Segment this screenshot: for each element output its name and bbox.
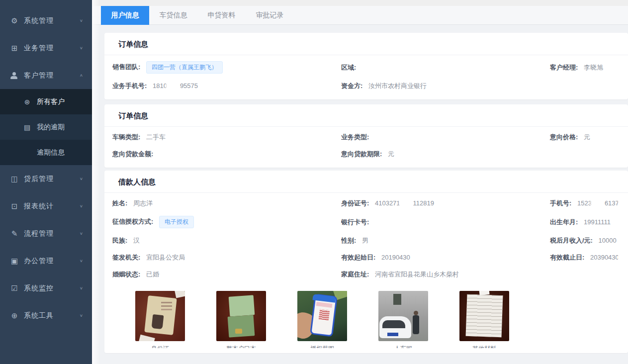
sidebar-subitem-label: 逾期信息 <box>37 148 65 157</box>
chevron-up-icon: ∧ <box>80 73 83 78</box>
vehicle-type-label: 车辆类型: <box>112 133 140 141</box>
id-number-label: 身份证号: <box>341 199 369 207</box>
auth-screenshot-photo[interactable] <box>297 291 347 341</box>
valid-to-label: 有效截止日: <box>550 254 584 261</box>
intent-loan-term-label: 意向贷款期限: <box>341 150 382 158</box>
sidebar-item-label: 系统工具 <box>24 311 80 320</box>
chevron-down-icon: ∨ <box>80 18 83 23</box>
order-info-card-1: 订单信息 销售团队: 四团一营（直属王鹏飞） 区域: 客户经理: <box>104 33 628 99</box>
sales-team-label: 销售团队: <box>112 63 140 71</box>
tab-approval-records[interactable]: 审批记录 <box>246 6 294 25</box>
income-label: 税后月收入/元: <box>550 237 593 244</box>
funder-value: 汝州市农村商业银行 <box>368 82 427 90</box>
customer-mgmt-submenu: ⊛ 所有客户 ▤ 我的逾期 逾期信息 <box>0 89 92 165</box>
sidebar-subitem-overdue-info[interactable]: 逾期信息 <box>0 140 92 165</box>
credit-auth-tag[interactable]: 电子授权 <box>159 216 194 228</box>
intent-loan-amount-label: 意向贷款金额: <box>112 150 153 158</box>
pencil-doc-icon: ✎ <box>10 229 18 238</box>
chevron-down-icon: ∨ <box>80 177 83 181</box>
sidebar-subitem-label: 所有客户 <box>37 97 65 106</box>
toolbox-icon: ⊕ <box>10 311 18 320</box>
monitor-icon: ⊡ <box>10 202 18 211</box>
funder-label: 资金方: <box>341 82 362 90</box>
sidebar-item-system-tools[interactable]: ⊕ 系统工具 ∨ <box>0 302 92 329</box>
borrower-info-card: 借款人信息 姓名: 周志洋 身份证号: 4103271112819 手机号: <box>104 171 628 353</box>
ethnic-value: 汉 <box>133 237 140 244</box>
mobile-value: 15236137 <box>577 199 618 207</box>
sidebar-item-label: 贷后管理 <box>24 175 80 183</box>
credit-auth-label: 征信授权方式: <box>112 218 153 225</box>
photo-caption-row: 身份证 整本户口本 授权截图 人车照 其他材料 <box>135 341 618 348</box>
issuer-value: 宜阳县公安局 <box>146 254 185 261</box>
top-strip <box>92 0 628 6</box>
other-document-photo[interactable] <box>459 291 509 341</box>
sales-team-tag[interactable]: 四团一营（直属王鹏飞） <box>146 61 223 74</box>
manager-value: 李晓旭 <box>584 64 603 71</box>
main-area: 用户信息 车贷信息 申贷资料 审批记录 订单信息 销售团队: 四团一营（直属王鹏… <box>92 0 628 364</box>
detail-tabbar: 用户信息 车贷信息 申贷资料 审批记录 <box>92 6 628 25</box>
sidebar-item-system-mgmt[interactable]: ⚙ 系统管理 ∨ <box>0 7 92 34</box>
tab-content: 订单信息 销售团队: 四团一营（直属王鹏飞） 区域: 客户经理: <box>92 25 628 353</box>
mobile-label: 手机号: <box>550 199 571 207</box>
person-with-car-photo[interactable] <box>378 291 428 341</box>
issuer-label: 签发机关: <box>112 254 140 261</box>
sidebar-edge-fade <box>92 0 100 364</box>
section-title: 订单信息 <box>104 33 628 55</box>
gender-value: 男 <box>362 237 368 244</box>
biz-phone-label: 业务手机号: <box>112 82 147 90</box>
marital-value: 已婚 <box>146 271 159 278</box>
valid-from-value: 20190430 <box>381 254 410 261</box>
biz-type-label: 业务类型: <box>341 133 369 141</box>
chevron-down-icon: ∨ <box>80 259 83 263</box>
tab-car-loan-info[interactable]: 车贷信息 <box>149 6 197 25</box>
tab-user-info[interactable]: 用户信息 <box>101 6 149 25</box>
office-icon: ▣ <box>10 257 18 266</box>
user-icon <box>10 72 17 79</box>
chevron-down-icon: ∨ <box>80 231 83 236</box>
id-card-photo[interactable] <box>135 291 185 341</box>
marital-label: 婚姻状态: <box>112 271 140 278</box>
photo-caption: 身份证 <box>135 341 185 348</box>
income-value: 10000 <box>599 237 617 244</box>
section-title: 借款人信息 <box>104 171 628 193</box>
sidebar-item-office-mgmt[interactable]: ▣ 办公管理 ∨ <box>0 247 92 274</box>
sidebar-item-process-mgmt[interactable]: ✎ 流程管理 ∨ <box>0 220 92 247</box>
open-book-icon: ◫ <box>10 175 18 183</box>
birth-label: 出生年月: <box>550 218 578 226</box>
sidebar-item-report-stats[interactable]: ⊡ 报表统计 ∨ <box>0 192 92 220</box>
id-number-value: 4103271112819 <box>375 199 434 207</box>
sidebar-item-label: 系统管理 <box>24 16 80 25</box>
document-photo-row <box>135 291 618 341</box>
sidebar-subitem-label: 我的逾期 <box>37 123 65 132</box>
vehicle-type-value: 二手车 <box>146 133 166 141</box>
app-window: ⚙ 系统管理 ∨ ⊞ 业务管理 ∨ 客户管理 ∧ ⊛ 所有客户 ▤ 我的逾期 逾… <box>0 0 628 364</box>
sidebar-subitem-my-overdue[interactable]: ▤ 我的逾期 <box>0 114 92 140</box>
sidebar-item-customer-mgmt[interactable]: 客户管理 ∧ <box>0 62 92 89</box>
sidebar-item-label: 业务管理 <box>24 44 80 53</box>
section-title: 订单信息 <box>104 104 628 127</box>
sidebar-subitem-all-customers[interactable]: ⊛ 所有客户 <box>0 89 92 114</box>
valid-to-value: 20390430 <box>590 254 618 261</box>
sidebar-item-system-monitor[interactable]: ☑ 系统监控 ∨ <box>0 274 92 302</box>
tab-loan-application-docs[interactable]: 申贷资料 <box>197 6 246 25</box>
ethnic-label: 民族: <box>112 237 127 244</box>
birth-value: 19911111 <box>584 218 611 226</box>
sidebar-item-label: 流程管理 <box>24 229 80 238</box>
wheel-icon: ⊛ <box>23 98 31 106</box>
sidebar-item-label: 办公管理 <box>24 257 80 266</box>
sidebar-item-postloan-mgmt[interactable]: ◫ 贷后管理 ∨ <box>0 165 92 192</box>
household-register-photo[interactable] <box>216 291 266 341</box>
intent-loan-term-value: 元 <box>388 150 394 158</box>
chevron-down-icon: ∨ <box>80 204 83 208</box>
bank-card-label: 银行卡号: <box>341 218 369 226</box>
valid-from-label: 有效起始日: <box>341 254 375 261</box>
sidebar-item-label: 客户管理 <box>24 71 80 80</box>
redaction-patch <box>167 83 180 89</box>
gear-icon: ⚙ <box>10 16 18 25</box>
address-value: 河南省宜阳县花果山乡木柴村 <box>375 271 459 278</box>
photo-caption: 整本户口本 <box>216 341 266 348</box>
chevron-down-icon: ∨ <box>80 286 83 290</box>
sidebar-item-business-mgmt[interactable]: ⊞ 业务管理 ∨ <box>0 34 92 62</box>
chevron-down-icon: ∨ <box>80 46 83 50</box>
name-value: 周志洋 <box>133 199 153 207</box>
